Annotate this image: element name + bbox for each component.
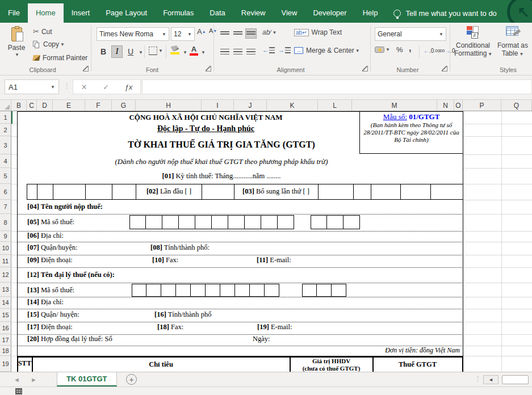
copy-button[interactable]: Copy ▼ bbox=[33, 40, 65, 48]
fill-color-caret-icon[interactable]: ▼ bbox=[183, 50, 187, 55]
column-header-N[interactable]: N bbox=[437, 100, 454, 111]
conditional-formatting-button[interactable]: ≠ ConditionalFormatting▼ bbox=[454, 26, 492, 58]
column-header-H[interactable]: H bbox=[136, 100, 202, 111]
column-header-B[interactable]: B bbox=[11, 100, 27, 111]
sheet-nav-right-icon[interactable]: ► bbox=[31, 376, 37, 383]
formula-bar-splitter[interactable]: ⋮ bbox=[64, 82, 70, 90]
row-header-13[interactable]: 13 bbox=[0, 283, 11, 297]
row-header-1[interactable]: 1 bbox=[0, 111, 11, 124]
tab-help[interactable]: Help bbox=[355, 3, 386, 23]
new-sheet-button[interactable]: + bbox=[126, 374, 137, 385]
number-dialog-launcher-icon[interactable] bbox=[442, 66, 447, 72]
cut-button[interactable]: ✂ Cut bbox=[33, 27, 52, 36]
bottom-align-button[interactable] bbox=[245, 28, 257, 39]
row-header-14[interactable]: 14 bbox=[0, 297, 11, 309]
row-header-11[interactable]: 11 bbox=[0, 255, 11, 267]
tabbar-splitter[interactable]: ⋮ bbox=[475, 375, 481, 383]
column-header-J[interactable]: J bbox=[234, 100, 267, 111]
align-center-button[interactable] bbox=[232, 47, 244, 57]
row-header-7[interactable]: 7 bbox=[0, 200, 11, 214]
row-header-17[interactable]: 17 bbox=[0, 334, 11, 346]
column-header-I[interactable]: I bbox=[202, 100, 234, 111]
font-color-button[interactable]: A bbox=[190, 45, 198, 56]
bold-button[interactable]: B bbox=[98, 45, 109, 58]
tab-page-layout[interactable]: Page Layout bbox=[98, 3, 155, 23]
font-name-combo[interactable]: Times New Roma▼ bbox=[97, 27, 169, 41]
column-header-M[interactable]: M bbox=[352, 100, 437, 111]
tab-insert[interactable]: Insert bbox=[64, 3, 98, 23]
format-painter-button[interactable]: Format Painter bbox=[33, 54, 87, 62]
column-header-Q[interactable]: Q bbox=[501, 100, 532, 111]
orientation-button[interactable]: ab∕▼ bbox=[262, 28, 277, 36]
column-header-K[interactable]: K bbox=[267, 100, 318, 111]
top-align-button[interactable] bbox=[219, 28, 231, 39]
align-right-button[interactable] bbox=[245, 47, 257, 57]
borders-button[interactable]: ▼ bbox=[149, 47, 163, 55]
tell-me-box[interactable]: Tell me what you want to do bbox=[393, 9, 496, 18]
decrease-decimal-button[interactable]: .00→.0 bbox=[438, 48, 455, 54]
percent-style-button[interactable]: % bbox=[396, 45, 403, 54]
column-header-G[interactable]: G bbox=[112, 100, 136, 111]
tab-review[interactable]: Review bbox=[233, 3, 274, 23]
column-header-L[interactable]: L bbox=[318, 100, 352, 111]
tab-file[interactable]: File bbox=[0, 3, 28, 23]
merge-center-button[interactable]: ↔ Merge & Center ▼ bbox=[294, 47, 360, 54]
row-header-16[interactable]: 16 bbox=[0, 322, 11, 334]
sheet-nav-left-icon[interactable]: ◄ bbox=[14, 376, 20, 383]
fill-color-button[interactable] bbox=[170, 45, 179, 54]
decrease-indent-button[interactable]: ← bbox=[262, 47, 275, 53]
formula-input[interactable] bbox=[142, 79, 532, 94]
row-header-5[interactable]: 5 bbox=[0, 168, 11, 184]
row-header-2[interactable]: 2 bbox=[0, 124, 11, 136]
tab-view[interactable]: View bbox=[273, 3, 305, 23]
column-header-F[interactable]: F bbox=[85, 100, 112, 111]
column-header-P[interactable]: P bbox=[463, 100, 501, 111]
row-header-6[interactable]: 6 bbox=[0, 184, 11, 200]
underline-button[interactable]: U bbox=[125, 45, 136, 58]
hscroll-thumb[interactable] bbox=[502, 375, 529, 384]
tab-developer[interactable]: Developer bbox=[305, 3, 354, 23]
underline-caret-icon[interactable]: ▼ bbox=[139, 50, 143, 55]
font-color-caret-icon[interactable]: ▼ bbox=[201, 50, 206, 55]
alignment-dialog-launcher-icon[interactable] bbox=[362, 66, 368, 72]
comma-style-button[interactable]: , bbox=[409, 43, 411, 53]
hscroll-left-icon[interactable]: ◄ bbox=[483, 375, 499, 384]
font-dialog-launcher-icon[interactable] bbox=[206, 66, 211, 72]
macro-record-icon[interactable] bbox=[15, 388, 22, 394]
clipboard-dialog-launcher-icon[interactable] bbox=[83, 66, 89, 72]
number-format-combo[interactable]: General▼ bbox=[375, 27, 446, 41]
accounting-format-button[interactable]: ▼ bbox=[375, 47, 390, 53]
insert-function-icon[interactable]: ƒx bbox=[125, 83, 133, 91]
column-header-E[interactable]: E bbox=[53, 100, 85, 111]
row-header-15[interactable]: 15 bbox=[0, 309, 11, 322]
row-header-19[interactable]: 19 bbox=[0, 356, 11, 372]
align-left-button[interactable] bbox=[219, 47, 231, 57]
enter-icon[interactable]: ✓ bbox=[103, 83, 109, 91]
select-all-corner[interactable] bbox=[0, 100, 11, 111]
grow-font-button[interactable]: A▲ bbox=[197, 27, 206, 36]
format-as-table-button[interactable]: Format asTable▼ bbox=[495, 26, 530, 58]
font-size-combo[interactable]: 12▼ bbox=[171, 27, 195, 41]
row-header-4[interactable]: 4 bbox=[0, 154, 11, 168]
row-header-8[interactable]: 8 bbox=[0, 214, 11, 231]
increase-indent-button[interactable]: → bbox=[278, 47, 291, 53]
row-header-9[interactable]: 9 bbox=[0, 231, 11, 242]
column-header-C[interactable]: C bbox=[27, 100, 37, 111]
tab-data[interactable]: Data bbox=[202, 3, 233, 23]
row-header-10[interactable]: 10 bbox=[0, 242, 11, 255]
sheet-tab-tk01gtgt[interactable]: TK 01GTGT bbox=[57, 372, 117, 386]
tab-formulas[interactable]: Formulas bbox=[155, 3, 202, 23]
row-header-18[interactable]: 18 bbox=[0, 346, 11, 356]
cancel-icon[interactable]: ✕ bbox=[81, 83, 87, 91]
paste-button[interactable]: Paste ▼ bbox=[6, 26, 27, 70]
tab-home[interactable]: Home bbox=[28, 3, 64, 23]
row-header-12[interactable]: 12 bbox=[0, 267, 11, 283]
column-header-D[interactable]: D bbox=[37, 100, 53, 111]
middle-align-button[interactable] bbox=[232, 28, 244, 39]
name-box[interactable]: A1 ▼ bbox=[5, 79, 59, 94]
row-header-3[interactable]: 3 bbox=[0, 136, 11, 154]
italic-button[interactable]: I bbox=[111, 45, 123, 58]
column-header-O[interactable]: O bbox=[454, 100, 463, 111]
wrap-text-button[interactable]: ab↵ Wrap Text bbox=[294, 28, 342, 36]
worksheet[interactable]: CỘNG HOÀ XÃ HỘI CHỦ NGHĨA VIỆT NAM Độc l… bbox=[11, 111, 532, 372]
